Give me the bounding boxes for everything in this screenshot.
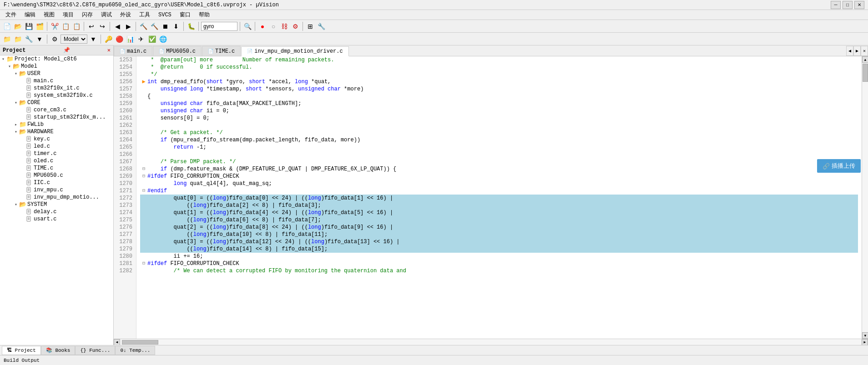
menu-item-视图[interactable]: 视图 [40,10,58,20]
tree-item-oled[interactable]: oled.c [0,157,113,165]
code-line-1258[interactable]: { [140,93,858,100]
undo-button[interactable]: ↩ [86,21,96,31]
code-line-1264[interactable]: if (mpu_read_fifo_stream(dmp.packet_leng… [140,136,858,144]
tb2-btn10[interactable]: 🌐 [158,34,168,44]
tree-expand-user[interactable]: ▾ [13,71,19,76]
paste-button[interactable]: 📋 [71,21,81,31]
code-line-1262[interactable] [140,122,858,129]
minimize-button[interactable]: ─ [831,1,841,9]
collapse-indicator[interactable]: ⊟ [142,165,145,173]
tree-item-mpu6050[interactable]: MPU6050.c [0,172,113,179]
stop-build-button[interactable]: ⏹ [160,21,170,31]
download-button[interactable]: ⬇ [171,21,181,31]
tree-expand-hardware[interactable]: ▾ [13,129,19,135]
tb2-btn2[interactable]: 📁 [13,34,23,44]
tree-item-stm32f10x_it[interactable]: stm32f10x_it.c [0,85,113,92]
code-line-1281[interactable]: ⊟#ifdef FIFO_CORRUPTION_CHECK [140,260,858,267]
scroll-right-btn[interactable]: ▶ [862,339,868,345]
tree-item-system[interactable]: ▾📂SYSTEM [0,201,113,208]
tb2-btn9[interactable]: ✅ [147,34,157,44]
copy-button[interactable]: 📋 [61,21,71,31]
tree-expand-core[interactable]: ▾ [13,100,19,105]
build-all-button[interactable]: 🔨 [149,21,159,31]
tab-close-all[interactable]: ✕ [861,46,868,56]
new-file-button[interactable]: 📄 [2,21,12,31]
tree-item-led[interactable]: led.c [0,143,113,150]
model-selector[interactable]: Model [61,35,87,44]
collapse-indicator-small[interactable]: ⊟ [142,187,145,195]
save-button[interactable]: 💾 [24,21,34,31]
menu-item-项目[interactable]: 项目 [59,10,77,20]
scroll-up-btn[interactable]: ▲ [862,56,868,63]
tree-item-main[interactable]: main.c [0,77,113,85]
tree-item-hardware[interactable]: ▾📂HARDWARE [0,128,113,135]
tb2-btn1[interactable]: 📁 [2,34,12,44]
tab-scroll-left[interactable]: ◀ [846,46,853,56]
tab-main_c[interactable]: 📄main.c [114,46,152,56]
tree-item-system_stm32f10x[interactable]: system_stm32f10x.c [0,92,113,99]
code-line-1274[interactable]: quat[1] = ((long)fifo_data[4] << 24) | (… [140,209,858,216]
grid-btn[interactable]: ⊞ [305,21,315,31]
project-close-icon[interactable]: ✕ [107,47,111,54]
horiz-scroll-thumb[interactable] [122,340,158,345]
tb2-btn3[interactable]: 🔧 [24,34,34,44]
menu-item-帮助[interactable]: 帮助 [195,10,213,20]
menu-item-外设[interactable]: 外设 [116,10,135,20]
scrollbar-right[interactable]: ▲ ▼ [862,56,868,339]
code-line-1278[interactable]: quat[3] = ((long)fifo_data[12] << 24) | … [140,238,858,245]
tree-item-inv_mpu[interactable]: inv_mpu.c [0,186,113,194]
tree-item-startup_stm32f10x_md[interactable]: startup_stm32f10x_m... [0,114,113,121]
status-tab-{}-Func...[interactable]: {} Func... [75,346,115,355]
menu-item-窗口[interactable]: 窗口 [176,10,194,20]
tree-item-time[interactable]: TIME.c [0,165,113,172]
tb2-btn7[interactable]: 📊 [125,34,135,44]
tree-expand-root[interactable]: ▾ [0,56,6,62]
tree-item-timer[interactable]: timer.c [0,150,113,157]
menu-item-编辑[interactable]: 编辑 [21,10,39,20]
tab-scroll-right[interactable]: ▶ [853,46,861,56]
code-line-1261[interactable]: sensors[0] = 0; [140,115,858,122]
search-input[interactable] [201,22,237,31]
open-file-button[interactable]: 📂 [13,21,23,31]
tab-inv_mpu_dmp_c[interactable]: 📄inv_mpu_dmp_motion_driver.c [241,46,348,56]
find-button[interactable]: 🔍 [242,21,252,31]
redo-button[interactable]: ↪ [97,21,107,31]
link-btn[interactable]: ⛓ [279,21,289,31]
tab-mpu6050_c[interactable]: 📄MPU6050.c [153,46,202,56]
code-line-1253[interactable]: * @param[out] more Number of remaining p… [140,56,858,64]
tb2-btn8[interactable]: ✈ [136,34,146,44]
code-line-1256[interactable]: ▶int dmp_read_fifo(short *gyro, short *a… [140,78,858,85]
tree-item-user[interactable]: ▾📂USER [0,70,113,77]
tb2-btn5[interactable]: 🔑 [103,34,113,44]
scroll-down-btn[interactable]: ▼ [862,332,868,339]
tree-item-key[interactable]: key.c [0,135,113,143]
tree-item-model[interactable]: ▾📂Model [0,63,113,70]
build-button[interactable]: 🔨 [138,21,148,31]
code-line-1280[interactable]: ii += 16; [140,253,858,260]
code-line-1279[interactable]: ((long)fifo_data[14] << 8) | fifo_data[1… [140,245,858,253]
forward-button[interactable]: ▶ [123,21,133,31]
tb2-btn6[interactable]: 🔴 [114,34,124,44]
code-line-1273[interactable]: ((long)fifo_data[2] << 8) | fifo_data[3]… [140,202,858,209]
wrench-btn[interactable]: 🔧 [316,21,326,31]
code-line-1276[interactable]: quat[2] = ((long)fifo_data[8] << 24) | (… [140,224,858,231]
scroll-thumb[interactable] [863,64,868,82]
code-line-1255[interactable]: */ [140,71,858,78]
status-tab-📚-Books[interactable]: 📚 Books [41,346,76,355]
save-all-button[interactable]: 🗂️ [35,21,45,31]
back-button[interactable]: ◀ [112,21,122,31]
menu-item-工具[interactable]: 工具 [136,10,154,20]
menu-item-调试[interactable]: 调试 [97,10,116,20]
code-line-1266[interactable] [140,151,858,158]
code-line-1254[interactable]: * @return 0 if successful. [140,64,858,71]
status-tab-0↓-Temp...[interactable]: 0↓ Temp... [115,346,155,355]
tb2-btn4[interactable]: ▼ [35,34,45,44]
close-button[interactable]: ✕ [854,1,864,9]
tree-item-inv_mpu_dmp[interactable]: inv_mpu_dmp_motio... [0,194,113,201]
debug-button[interactable]: 🐛 [186,21,196,31]
code-line-1259[interactable]: unsigned char fifo_data[MAX_PACKET_LENGT… [140,100,858,107]
code-line-1269[interactable]: ⊟#ifdef FIFO_CORRUPTION_CHECK [140,173,858,180]
code-line-1282[interactable]: /* We can detect a corrupted FIFO by mon… [140,267,858,275]
upload-button[interactable]: 🔗 插播上传 [817,159,861,173]
circle-btn[interactable]: ○ [268,21,278,31]
